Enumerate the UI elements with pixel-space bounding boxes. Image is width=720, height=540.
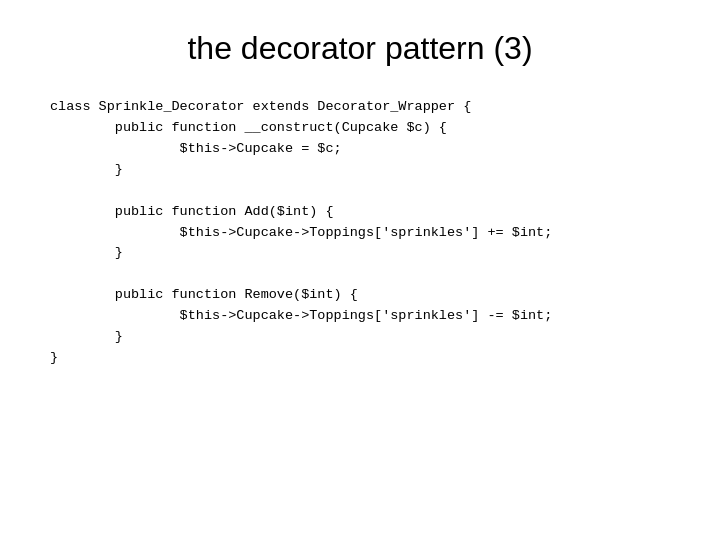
slide: the decorator pattern (3) class Sprinkle… [0,0,720,540]
slide-title: the decorator pattern (3) [40,30,680,67]
code-block: class Sprinkle_Decorator extends Decorat… [40,97,680,369]
